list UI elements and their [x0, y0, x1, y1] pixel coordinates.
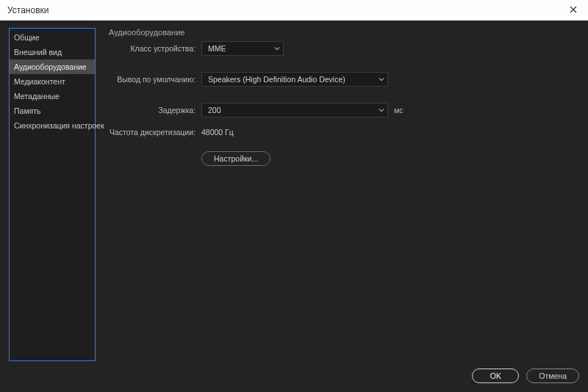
sidebar: Общие Внешний вид Аудиооборудование Меди…	[9, 28, 96, 361]
dialog-body: Общие Внешний вид Аудиооборудование Меди…	[0, 21, 588, 392]
button-label: Отмена	[539, 371, 567, 380]
label-delay: Задержка:	[107, 106, 201, 115]
content-panel: Аудиооборудование Класс устройства: MME …	[107, 28, 579, 361]
sidebar-item-appearance[interactable]: Внешний вид	[10, 45, 95, 59]
row-sample-rate: Частота дискретизации: 48000 Гц	[107, 128, 579, 137]
sidebar-item-label: Внешний вид	[14, 48, 62, 57]
row-device-class: Класс устройства: MME	[107, 41, 579, 56]
window-title: Установки	[7, 5, 49, 15]
sidebar-item-metadata[interactable]: Метаданные	[10, 89, 95, 104]
preferences-dialog: Установки Общие Внешний вид Аудиооборудо…	[0, 0, 588, 392]
row-delay: Задержка: 200 мс	[107, 103, 579, 117]
close-button[interactable]	[559, 0, 588, 21]
sidebar-item-label: Медиаконтент	[14, 77, 65, 86]
label-sample-rate: Частота дискретизации:	[107, 128, 201, 137]
row-default-output: Вывод по умолчанию: Speakers (High Defin…	[107, 72, 579, 87]
settings-button-row: Настройки...	[201, 151, 579, 166]
dropdown-default-output[interactable]: Speakers (High Definition Audio Device)	[201, 72, 388, 87]
dropdown-value: 200	[208, 106, 221, 115]
sidebar-item-label: Память	[14, 106, 41, 115]
sidebar-item-label: Общие	[14, 33, 40, 42]
chevron-down-icon	[274, 46, 280, 51]
button-label: OK	[490, 371, 501, 380]
value-sample-rate: 48000 Гц	[201, 128, 234, 137]
titlebar: Установки	[0, 0, 588, 21]
ok-button[interactable]: OK	[472, 369, 519, 383]
dialog-footer: OK Отмена	[9, 361, 579, 383]
dropdown-value: Speakers (High Definition Audio Device)	[208, 75, 345, 84]
sidebar-item-media[interactable]: Медиаконтент	[10, 74, 95, 89]
chevron-down-icon	[379, 107, 384, 113]
sidebar-item-sync-settings[interactable]: Синхронизация настроек	[10, 118, 95, 133]
section-title: Аудиооборудование	[109, 28, 579, 37]
sidebar-item-general[interactable]: Общие	[10, 30, 95, 45]
sidebar-item-label: Аудиооборудование	[14, 62, 87, 71]
delay-unit: мс	[394, 106, 403, 115]
sidebar-item-label: Синхронизация настроек	[14, 121, 104, 130]
cancel-button[interactable]: Отмена	[526, 369, 579, 383]
settings-button[interactable]: Настройки...	[201, 151, 270, 166]
button-label: Настройки...	[214, 154, 258, 163]
sidebar-item-memory[interactable]: Память	[10, 104, 95, 118]
sidebar-item-audio-hardware[interactable]: Аудиооборудование	[10, 59, 95, 74]
chevron-down-icon	[379, 76, 384, 82]
main-area: Общие Внешний вид Аудиооборудование Меди…	[9, 28, 579, 361]
label-device-class: Класс устройства:	[107, 44, 201, 53]
sidebar-item-label: Метаданные	[14, 92, 60, 101]
close-icon	[570, 6, 577, 15]
dropdown-value: MME	[208, 44, 226, 53]
label-default-output: Вывод по умолчанию:	[107, 75, 201, 84]
dropdown-device-class[interactable]: MME	[201, 41, 284, 56]
dropdown-delay[interactable]: 200	[201, 103, 388, 117]
